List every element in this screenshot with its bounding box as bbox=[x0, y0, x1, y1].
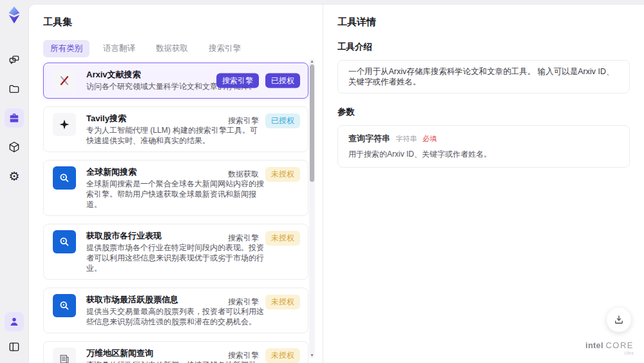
sidebar-item-user[interactable] bbox=[5, 312, 24, 331]
tool-tags: 数据获取未授权 bbox=[228, 167, 300, 182]
parameter-head: 查询字符串 字符串 必填 bbox=[348, 133, 619, 144]
arxiv-icon bbox=[53, 69, 76, 92]
auth-status-badge: 已授权 bbox=[265, 74, 300, 88]
download-button[interactable] bbox=[607, 308, 631, 332]
tab-search-engine[interactable]: 搜索引擎 bbox=[202, 40, 248, 57]
auth-status-badge: 未授权 bbox=[265, 348, 300, 363]
tool-tags: 搜索引擎已授权 bbox=[228, 113, 300, 128]
scrollbar[interactable]: ▲ ▼ bbox=[309, 59, 315, 358]
intro-heading: 工具介绍 bbox=[337, 41, 630, 53]
category-tag: 搜索引擎 bbox=[228, 350, 259, 361]
detail-title: 工具详情 bbox=[337, 16, 630, 28]
chat-icon bbox=[8, 54, 21, 66]
tool-description: 提供股票市场各个行业在特定时间段内的表现。投资者可以利用这些信息来识别表现优于或… bbox=[86, 242, 264, 273]
sidebar-item-collapse[interactable] bbox=[5, 337, 24, 357]
category-tag: 搜索引擎 bbox=[228, 297, 259, 308]
app-logo-icon[interactable] bbox=[5, 5, 24, 25]
tool-card[interactable]: Tavily搜索专为人工智能代理 (LLM) 构建的搜索引擎工具。可快速提供实时… bbox=[43, 106, 308, 152]
news-search-icon bbox=[53, 166, 76, 190]
tool-list: Arxiv文献搜索访问各个研究领域大量科学论文和文章的存储库。搜索引擎已授权Ta… bbox=[43, 63, 308, 363]
parameter-required-badge: 必填 bbox=[422, 135, 437, 142]
category-tag: 搜索引擎 bbox=[228, 115, 259, 126]
tool-card[interactable]: 获取市场最活跃股票信息提供当天交易量最高的股票列表，投资者可以利用这些信息来识别… bbox=[43, 288, 308, 333]
tab-language-translation[interactable]: 语言翻译 bbox=[96, 40, 142, 57]
category-tabs: 所有类别语言翻译数据获取搜索引擎 bbox=[43, 40, 323, 57]
sidebar-nav: ⚙ bbox=[5, 50, 24, 186]
parameter-description: 用于搜索的Arxiv ID、关键字或作者姓名。 bbox=[348, 149, 619, 159]
scroll-up-icon[interactable]: ▲ bbox=[309, 59, 315, 64]
tool-card[interactable]: 获取股市各行业表现提供股票市场各个行业在特定时间段内的表现。投资者可以利用这些信… bbox=[43, 224, 308, 280]
tab-data-fetch[interactable]: 数据获取 bbox=[149, 40, 195, 57]
stock-sector-icon bbox=[53, 230, 76, 253]
user-icon bbox=[8, 315, 21, 328]
intel-wordmark: intel bbox=[585, 340, 603, 350]
intel-sub-label: Ultra bbox=[585, 351, 634, 355]
scrollbar-thumb[interactable] bbox=[310, 64, 314, 182]
parameter-name: 查询字符串 bbox=[348, 133, 390, 143]
tool-card[interactable]: 万维地区新闻查询查询具体行政区划内的新闻，快速了解各地新闻动搜索引擎未授权 bbox=[43, 341, 308, 363]
sidebar-bottom bbox=[5, 312, 24, 357]
core-wordmark: CORE bbox=[605, 340, 634, 350]
toolbox-icon bbox=[8, 112, 21, 124]
tool-tags: 搜索引擎已授权 bbox=[216, 74, 300, 88]
sidebar-item-tools[interactable] bbox=[5, 108, 24, 128]
parameter-type: 字符串 bbox=[395, 135, 417, 142]
left-rail: ⚙ bbox=[0, 0, 28, 363]
tavily-star-icon bbox=[53, 113, 76, 136]
auth-status-badge: 未授权 bbox=[265, 295, 300, 309]
tool-card[interactable]: Arxiv文献搜索访问各个研究领域大量科学论文和文章的存储库。搜索引擎已授权 bbox=[43, 63, 308, 99]
active-stocks-icon bbox=[53, 294, 76, 317]
category-tag: 搜索引擎 bbox=[228, 233, 259, 244]
category-tag: 数据获取 bbox=[228, 169, 259, 180]
main-shell: 工具集 所有类别语言翻译数据获取搜索引擎 Arxiv文献搜索访问各个研究领域大量… bbox=[28, 4, 644, 363]
download-icon bbox=[613, 314, 625, 326]
tool-tags: 搜索引擎未授权 bbox=[228, 348, 300, 363]
regional-news-icon bbox=[53, 348, 76, 363]
gear-icon: ⚙ bbox=[8, 170, 19, 182]
tool-list-panel: 工具集 所有类别语言翻译数据获取搜索引擎 Arxiv文献搜索访问各个研究领域大量… bbox=[29, 5, 323, 363]
collapse-panel-icon bbox=[8, 340, 21, 353]
params-heading: 参数 bbox=[337, 106, 630, 118]
tool-intro-text: 一个用于从Arxiv存储库搜索科学论文和文章的工具。 输入可以是Arxiv ID… bbox=[337, 60, 630, 93]
intel-core-logo: intel CORE Ultra bbox=[585, 341, 634, 355]
cube-icon bbox=[8, 141, 21, 153]
sidebar-item-settings[interactable]: ⚙ bbox=[5, 166, 24, 186]
folder-icon bbox=[8, 83, 21, 95]
page-title: 工具集 bbox=[43, 16, 323, 28]
tool-description: 全球新闻搜索是一个聚合全球各大新闻网站内容的搜索引擎。帮助用户快速获取全球最新资… bbox=[86, 179, 264, 210]
tool-tags: 搜索引擎未授权 bbox=[228, 231, 300, 246]
tab-all-categories[interactable]: 所有类别 bbox=[43, 40, 90, 57]
scroll-down-icon[interactable]: ▼ bbox=[309, 353, 315, 358]
tool-card[interactable]: 全球新闻搜索全球新闻搜索是一个聚合全球各大新闻网站内容的搜索引擎。帮助用户快速获… bbox=[43, 160, 308, 216]
sidebar-item-files[interactable] bbox=[5, 79, 24, 99]
category-tag: 搜索引擎 bbox=[216, 74, 259, 88]
sidebar-item-chat[interactable] bbox=[5, 50, 24, 70]
tool-detail-panel: 工具详情 工具介绍 一个用于从Arxiv存储库搜索科学论文和文章的工具。 输入可… bbox=[323, 5, 644, 363]
auth-status-badge: 未授权 bbox=[265, 231, 300, 246]
auth-status-badge: 已授权 bbox=[265, 113, 300, 128]
auth-status-badge: 未授权 bbox=[265, 167, 300, 182]
tool-tags: 搜索引擎未授权 bbox=[228, 295, 300, 309]
parameter-card: 查询字符串 字符串 必填 用于搜索的Arxiv ID、关键字或作者姓名。 bbox=[337, 125, 630, 168]
sidebar-item-packages[interactable] bbox=[5, 137, 24, 157]
